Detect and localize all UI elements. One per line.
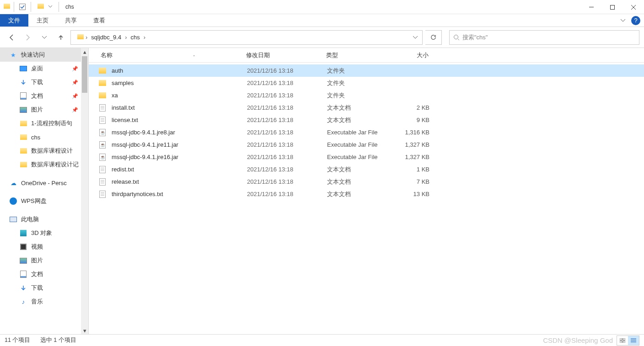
file-tab[interactable]: 文件 [0, 14, 28, 27]
nav-recent-button[interactable] [38, 31, 51, 44]
text-file-icon [98, 178, 107, 186]
file-name: xa [112, 92, 244, 99]
window-title: chs [65, 4, 74, 10]
file-type: 文本文档 [324, 190, 394, 198]
file-name: redist.txt [112, 166, 244, 173]
breadcrumb-item[interactable]: sqljdbc_9.4 [88, 31, 124, 44]
tree-this-pc[interactable]: 此电脑 [0, 213, 88, 226]
file-name: license.txt [112, 117, 244, 123]
svg-point-3 [454, 35, 458, 39]
breadcrumb-item[interactable]: chs [128, 31, 142, 44]
nav-back-button[interactable] [5, 31, 18, 44]
status-bar: 11 个项目 选中 1 个项目 CSDN @Sleeping God [0, 334, 644, 346]
column-headers: 名称 ˄ 修改日期 类型 大小 [89, 48, 644, 63]
chevron-right-icon: › [85, 34, 88, 41]
minimize-button[interactable] [581, 0, 602, 14]
svg-rect-0 [20, 4, 26, 10]
maximize-button[interactable] [602, 0, 623, 14]
file-row[interactable]: samples2021/12/16 13:18文件夹 [89, 77, 644, 89]
file-size: 13 KB [394, 191, 435, 197]
file-date: 2021/12/16 13:18 [244, 67, 324, 74]
tree-item-docs2[interactable]: 文档 [0, 267, 88, 281]
file-row[interactable]: release.txt2021/12/16 13:18文本文档7 KB [89, 176, 644, 188]
svg-rect-7 [623, 341, 625, 343]
tree-item-video[interactable]: 视频 [0, 240, 88, 254]
ribbon-tab-view[interactable]: 查看 [85, 14, 113, 27]
tree-item-db2[interactable]: 数据库课程设计记 [0, 158, 88, 171]
file-size: 1,316 KB [394, 129, 435, 136]
nav-forward-button[interactable] [21, 31, 35, 44]
address-bar[interactable]: › sqljdbc_9.4 › chs › [70, 30, 423, 45]
qat-checkbox[interactable] [17, 1, 28, 12]
column-header-name[interactable]: 名称 ˄ [98, 51, 243, 59]
ribbon-tabs: 文件 主页 共享 查看 ? [0, 14, 644, 27]
file-type: Executable Jar File [324, 141, 394, 148]
qat-dropdown[interactable] [45, 1, 56, 12]
address-dropdown-button[interactable] [408, 31, 422, 44]
text-file-icon [98, 117, 107, 124]
file-row[interactable]: thirdpartynotices.txt2021/12/16 13:18文本文… [89, 188, 644, 200]
svg-rect-4 [620, 338, 622, 340]
ribbon-tab-home[interactable]: 主页 [28, 14, 57, 27]
tree-item-flow[interactable]: 1-流程控制语句 [0, 117, 88, 130]
ribbon-tab-share[interactable]: 共享 [57, 14, 85, 27]
file-date: 2021/12/16 13:18 [244, 117, 324, 123]
tree-item-pics2[interactable]: 图片 [0, 254, 88, 267]
file-row[interactable]: install.txt2021/12/16 13:18文本文档2 KB [89, 101, 644, 114]
column-header-size[interactable]: 大小 [393, 51, 434, 59]
chevron-right-icon: › [143, 34, 146, 41]
file-type: Executable Jar File [324, 154, 394, 160]
tree-scrollbar[interactable]: ▴ ▾ [81, 48, 88, 334]
column-header-date[interactable]: 修改日期 [243, 51, 323, 59]
tree-item-docs[interactable]: 文档📌 [0, 89, 88, 103]
close-button[interactable] [623, 0, 644, 14]
refresh-button[interactable] [425, 30, 442, 45]
file-size: 9 KB [394, 117, 435, 123]
file-size: 1,327 KB [394, 154, 435, 160]
scroll-up-icon[interactable]: ▴ [81, 48, 88, 55]
status-item-count: 11 个项目 [5, 337, 30, 343]
tree-item-music[interactable]: ♪音乐 [0, 295, 88, 309]
tree-quick-access[interactable]: ★快速访问 [0, 48, 88, 62]
tree-item-down2[interactable]: 下载 [0, 281, 88, 295]
search-input[interactable] [462, 34, 639, 41]
ribbon-collapse-button[interactable] [617, 15, 628, 26]
qat-folder-icon [38, 4, 45, 10]
file-name: auth [112, 67, 244, 74]
tree-item-downloads[interactable]: 下载📌 [0, 75, 88, 89]
file-row[interactable]: mssql-jdbc-9.4.1.jre11.jar2021/12/16 13:… [89, 138, 644, 151]
file-type: 文本文档 [324, 116, 394, 124]
file-date: 2021/12/16 13:18 [244, 166, 324, 173]
file-row[interactable]: redist.txt2021/12/16 13:18文本文档1 KB [89, 163, 644, 176]
tree-item-3d[interactable]: 3D 对象 [0, 226, 88, 240]
scroll-thumb[interactable] [82, 56, 87, 93]
scroll-down-icon[interactable]: ▾ [81, 327, 88, 334]
tree-item-pics[interactable]: 图片📌 [0, 103, 88, 117]
search-box[interactable] [449, 30, 639, 45]
file-row[interactable]: mssql-jdbc-9.4.1.jre16.jar2021/12/16 13:… [89, 151, 644, 163]
text-file-icon [98, 191, 107, 198]
file-row[interactable]: mssql-jdbc-9.4.1.jre8.jar2021/12/16 13:1… [89, 126, 644, 138]
tree-item-db1[interactable]: 数据库课程设计 [0, 144, 88, 158]
pin-icon: 📌 [72, 66, 78, 72]
pin-icon: 📌 [72, 80, 78, 85]
file-row[interactable]: license.txt2021/12/16 13:18文本文档9 KB [89, 114, 644, 126]
file-type: 文本文档 [324, 178, 394, 186]
tree-onedrive[interactable]: ☁OneDrive - Persc [0, 176, 88, 190]
file-row[interactable]: xa2021/12/16 13:18文件夹 [89, 89, 644, 101]
help-button[interactable]: ? [631, 16, 640, 25]
file-row[interactable]: auth2021/12/16 13:18文件夹 [89, 64, 644, 77]
column-header-type[interactable]: 类型 [323, 51, 393, 59]
tree-item-chs[interactable]: chs [0, 130, 88, 144]
file-type: 文本文档 [324, 165, 394, 174]
status-selection: 选中 1 个项目 [40, 337, 76, 343]
tiles-view-button[interactable] [617, 336, 628, 345]
details-view-button[interactable] [628, 336, 639, 345]
tree-wps[interactable]: WPS网盘 [0, 194, 88, 208]
svg-rect-6 [620, 341, 622, 343]
nav-up-button[interactable] [54, 31, 68, 44]
file-date: 2021/12/16 13:18 [244, 141, 324, 148]
file-type: 文件夹 [324, 79, 394, 87]
tree-item-desktop[interactable]: 桌面📌 [0, 62, 88, 75]
file-name: mssql-jdbc-9.4.1.jre11.jar [112, 141, 244, 148]
